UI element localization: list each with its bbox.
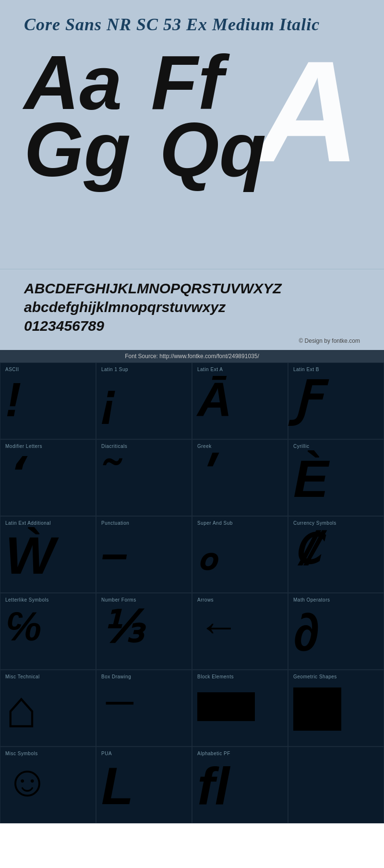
glyph-cell: Punctuation– (96, 516, 192, 593)
glyph-label: Block Elements (197, 674, 234, 679)
glyph-cell: Arrows← (192, 593, 288, 670)
glyph-character: ¡ (101, 375, 187, 423)
glyph-label: Latin Ext B (293, 367, 319, 372)
glyph-character: ₡ (293, 529, 379, 570)
glyph-cell: Letterlike Symbols℅ (0, 593, 96, 670)
glyph-cell: Alphabetic PFﬂ (192, 747, 288, 823)
glyph-cell: Currency Symbols₡ (288, 516, 384, 593)
glyph-label: Letterlike Symbols (5, 597, 49, 603)
glyph-character (197, 683, 283, 721)
glyph-label: Latin Ext Additional (5, 520, 51, 526)
glyph-character: L (101, 760, 187, 812)
glyph-label: Math Operators (293, 597, 330, 603)
alphabet-section: ABCDEFGHIJKLMNOPQRSTUVWXYZ abcdefghijklm… (0, 269, 384, 350)
glyph-cell: Math Operators∂ (288, 593, 384, 670)
glyph-character: Ā (197, 375, 283, 423)
glyph-cell: Geometric Shapes (288, 670, 384, 747)
glyph-cell (288, 747, 384, 823)
glyph-label: Currency Symbols (293, 520, 336, 526)
glyph-label: Arrows (197, 597, 214, 603)
alphabet-digits: 0123456789 (24, 316, 360, 335)
glyph-character: ─ (101, 683, 187, 721)
glyph-character: ☺ (5, 760, 91, 803)
glyph-character: Ẁ (5, 529, 91, 582)
hero-row-2: Gg Qq (24, 111, 360, 188)
glyph-label: Latin 1 Sup (101, 367, 128, 372)
glyph-label: Diacriticals (101, 444, 127, 449)
glyph-label: Cyrillic (293, 444, 309, 449)
source-label: Font Source: http://www.fontke.com/font/… (125, 353, 259, 360)
hero-section: Core Sans NR SC 53 Ex Medium Italic Aa F… (0, 0, 384, 269)
glyph-cell: Box Drawing─ (96, 670, 192, 747)
glyph-character: ← (197, 606, 283, 647)
glyph-grid: ASCII!Latin 1 Sup¡Latin Ext AĀLatin Ext … (0, 362, 384, 823)
glyph-cell: Latin Ext BƑ (288, 362, 384, 439)
glyph-label: Super And Sub (197, 520, 233, 526)
glyph-cell: Latin 1 Sup¡ (96, 362, 192, 439)
glyph-character: ˜ (101, 452, 187, 500)
glyph-cell: Misc Technical⌂ (0, 670, 96, 747)
glyph-cell: CyrillicÈ (288, 439, 384, 516)
glyph-label: PUA (101, 751, 112, 756)
glyph-character: ⅓ (101, 606, 187, 649)
glyph-cell: Greekʹ (192, 439, 288, 516)
glyph-label: Latin Ext A (197, 367, 223, 372)
glyph-cell: Modifier Lettersʻ (0, 439, 96, 516)
glyph-character: ʹ (197, 452, 283, 500)
alphabet-uppercase: ABCDEFGHIJKLMNOPQRSTUVWXYZ (24, 279, 360, 298)
hero-letter-gg: Gg (24, 111, 131, 188)
glyph-cell: Diacriticals˜ (96, 439, 192, 516)
hero-letter-qq: Qq (159, 111, 266, 188)
glyph-character: ⌂ (5, 683, 91, 735)
glyph-character: ﬂ (197, 760, 283, 812)
glyph-cell: Misc Symbols☺ (0, 747, 96, 823)
glyph-cell: ASCII! (0, 362, 96, 439)
glyph-label: Misc Technical (5, 674, 40, 679)
glyph-label: Box Drawing (101, 674, 131, 679)
glyph-character: ∂ (293, 606, 379, 659)
glyph-label: Greek (197, 444, 212, 449)
glyph-label: Geometric Shapes (293, 674, 337, 679)
glyph-character (293, 683, 379, 731)
glyph-character: Ƒ (293, 375, 379, 423)
glyph-cell: Latin Ext AĀ (192, 362, 288, 439)
glyph-label: Alphabetic PF (197, 751, 230, 756)
glyph-character: – (101, 529, 187, 577)
glyph-character: ℅ (5, 606, 91, 647)
source-bar: Font Source: http://www.fontke.com/font/… (0, 350, 384, 362)
glyph-cell: Super And Subₒ (192, 516, 288, 593)
glyph-label: Misc Symbols (5, 751, 38, 756)
glyph-character: È (293, 452, 379, 505)
alphabet-lowercase: abcdefghijklmnopqrstuvwxyz (24, 298, 360, 316)
glyph-cell: Number Forms⅓ (96, 593, 192, 670)
glyph-label: Punctuation (101, 520, 129, 526)
glyph-character: ʻ (5, 452, 91, 500)
glyph-label: Number Forms (101, 597, 136, 603)
copyright: © Design by fontke.com (24, 335, 360, 345)
glyph-label: ASCII (5, 367, 19, 372)
glyph-character: ! (5, 375, 91, 423)
glyph-cell: PUAL (96, 747, 192, 823)
glyph-label: Modifier Letters (5, 444, 42, 449)
glyph-cell: Block Elements (192, 670, 288, 747)
glyph-character: ₒ (197, 529, 283, 577)
glyph-cell: Latin Ext AdditionalẀ (0, 516, 96, 593)
